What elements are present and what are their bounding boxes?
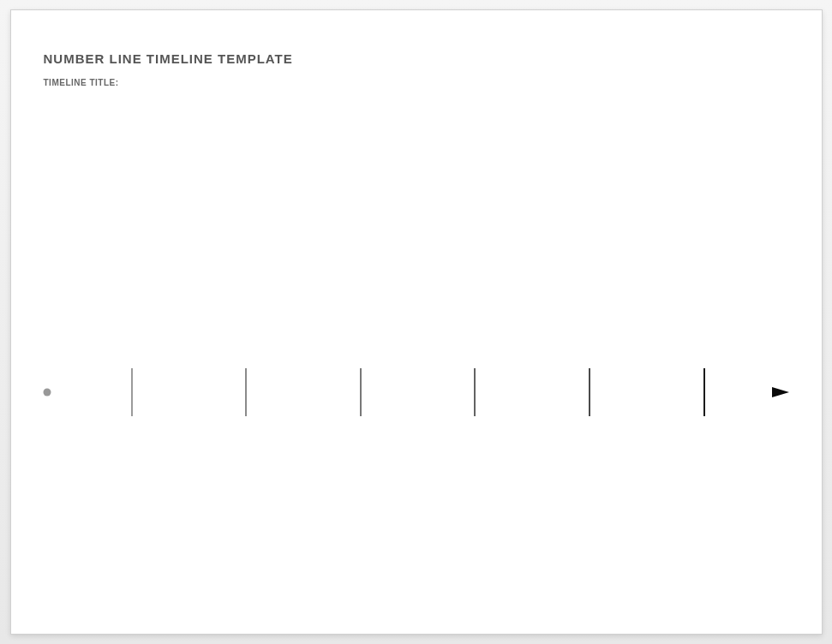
timeline-arrow-icon xyxy=(772,387,789,397)
timeline-tick-mark-icon xyxy=(360,368,362,416)
timeline-tick xyxy=(360,368,362,416)
timeline-tick xyxy=(131,368,133,416)
timeline xyxy=(47,368,786,416)
timeline-tick xyxy=(245,368,247,416)
page-title: NUMBER LINE TIMELINE TEMPLATE xyxy=(44,51,789,66)
timeline-tick-mark-icon xyxy=(245,368,247,416)
timeline-tick-mark-icon xyxy=(474,368,476,416)
timeline-tick-mark-icon xyxy=(589,368,590,416)
document-page: NUMBER LINE TIMELINE TEMPLATE TIMELINE T… xyxy=(10,9,823,635)
timeline-tick xyxy=(589,368,590,416)
timeline-tick-mark-icon xyxy=(131,368,133,416)
timeline-start-dot-icon xyxy=(43,389,51,397)
timeline-tick-mark-icon xyxy=(703,368,705,416)
timeline-axis-line xyxy=(47,368,786,416)
timeline-tick xyxy=(474,368,476,416)
timeline-tick xyxy=(703,368,705,416)
timeline-title-label: TIMELINE TITLE: xyxy=(44,78,789,87)
